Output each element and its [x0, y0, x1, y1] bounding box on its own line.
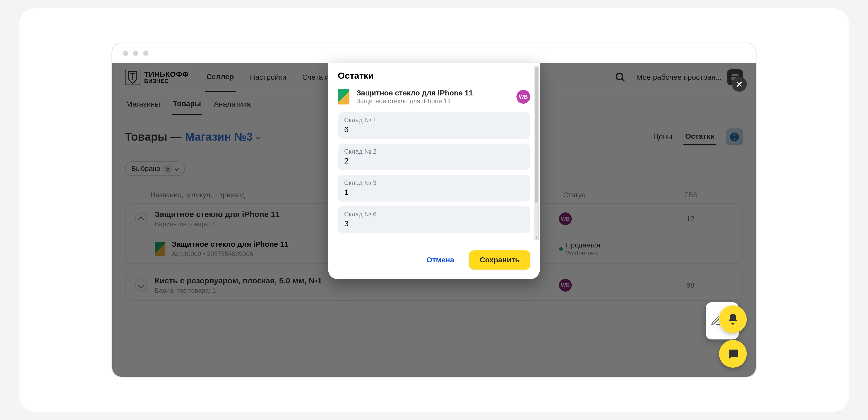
close-button[interactable] — [732, 77, 747, 92]
modal-product: Защитное стекло для iPhone 11 Защитное с… — [338, 89, 530, 105]
stock-modal: Остатки Защитное стекло для iPhone 11 За… — [328, 63, 540, 279]
warehouse-field[interactable]: Склад № 3 1 — [338, 175, 530, 201]
warehouse-value: 3 — [344, 219, 524, 228]
scrollbar-thumb[interactable] — [535, 67, 538, 202]
fab-column — [719, 305, 747, 368]
warehouse-value: 1 — [344, 188, 524, 197]
warehouse-label: Склад № 1 — [344, 117, 524, 124]
notifications-fab[interactable] — [719, 305, 747, 333]
scroll-down-icon[interactable]: ▾ — [534, 235, 538, 239]
chat-icon — [726, 348, 739, 360]
warehouse-field[interactable]: Склад № 1 6 — [338, 112, 530, 139]
cancel-button[interactable]: Отмена — [418, 250, 463, 269]
modal-product-name: Защитное стекло для iPhone 11 — [356, 89, 512, 97]
bell-icon — [726, 313, 739, 326]
warehouse-label: Склад № 6 — [344, 211, 524, 218]
warehouse-label: Склад № 3 — [344, 179, 524, 187]
browser-window: ТИНЬКОФФ БИЗНЕС Селлер Настройки Счета и… — [112, 43, 756, 377]
warehouse-value: 2 — [344, 156, 524, 165]
scrollbar[interactable]: ▾ — [534, 66, 539, 240]
modal-title: Остатки — [338, 70, 530, 81]
traffic-light-close[interactable] — [123, 51, 128, 56]
traffic-light-minimize[interactable] — [133, 51, 138, 56]
warehouse-label: Склад № 2 — [344, 148, 524, 155]
window-titlebar — [112, 43, 756, 63]
warehouse-value: 6 — [344, 125, 524, 134]
marketplace-badge: WB — [517, 90, 530, 104]
modal-footer: Отмена Сохранить — [328, 243, 540, 279]
modal-product-subtitle: Защитное стекло для iPhone 11 — [356, 97, 512, 105]
warehouse-field[interactable]: Склад № 6 3 — [338, 206, 530, 233]
save-button[interactable]: Сохранить — [469, 250, 530, 269]
product-thumb-icon — [338, 89, 349, 104]
warehouse-field[interactable]: Склад № 2 2 — [338, 143, 530, 170]
traffic-light-zoom[interactable] — [143, 51, 148, 56]
chat-fab[interactable] — [719, 340, 747, 368]
